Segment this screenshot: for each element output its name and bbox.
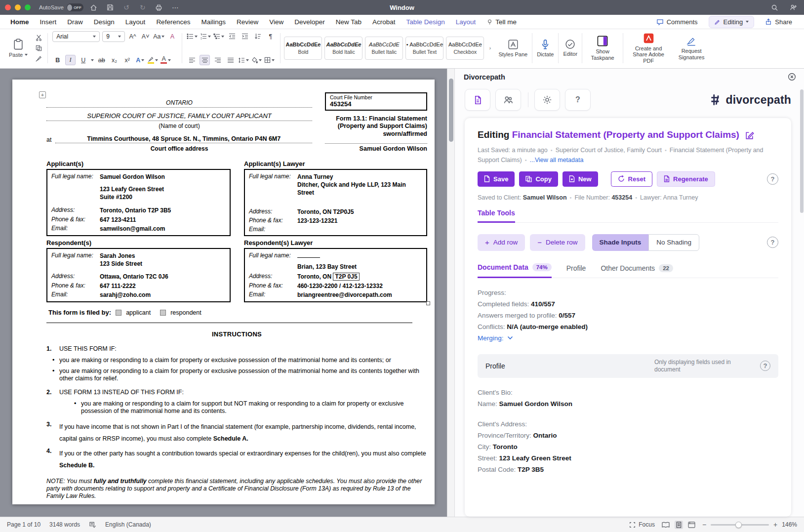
court-name-line[interactable]: SUPERIOR COURT OF JUSTICE, FAMILY COURT …	[46, 108, 312, 121]
courthouse-address[interactable]: Timmins Courthouse, 48 Spruce St. N., Ti…	[55, 135, 312, 143]
subscript-button[interactable]: x₂	[109, 55, 120, 65]
focus-toggle[interactable]: Focus	[629, 521, 655, 528]
document-page[interactable]: + ONTARIO SUPERIOR COURT OF JUSTICE, FAM…	[12, 80, 435, 504]
no-shading-button[interactable]: No Shading	[648, 234, 699, 251]
tab-table-design[interactable]: Table Design	[401, 15, 450, 29]
home-icon[interactable]	[88, 2, 100, 13]
applicant-address[interactable]: Toronto, Ontario T2P 3B5	[100, 206, 171, 214]
web-layout-icon[interactable]	[688, 522, 695, 528]
style-bold[interactable]: AaBbCcDdEe Bold	[284, 37, 322, 60]
scrollbar-thumb[interactable]	[449, 79, 453, 142]
dictate-button[interactable]: Dictate	[534, 31, 557, 66]
print-layout-icon[interactable]	[675, 521, 683, 529]
view-all-metadata-link[interactable]: ...View all metadata	[529, 157, 583, 164]
tab-view[interactable]: View	[264, 15, 289, 29]
zoom-slider-thumb[interactable]	[735, 522, 742, 528]
applicant-table[interactable]: Full legal name:Samuel Gordon Wilson 123…	[46, 169, 231, 236]
respondent-checkbox[interactable]	[160, 310, 166, 316]
strikethrough-button[interactable]: ab	[96, 55, 107, 65]
respondent-address[interactable]: Ottawa, Ontario T2C 0J6	[100, 273, 168, 281]
zoom-in-icon[interactable]: +	[773, 521, 777, 529]
shrink-font-button[interactable]: A˅	[140, 32, 151, 42]
read-view-icon[interactable]	[662, 522, 670, 528]
table-move-handle[interactable]: +	[39, 91, 46, 98]
applicant-phone[interactable]: 647 123-4211	[100, 216, 136, 224]
change-case-button[interactable]: Aa	[153, 32, 164, 42]
applicant-lawyer-address[interactable]: Toronto, ON T2P0J5	[297, 208, 354, 216]
tab-tell-me[interactable]: Tell me	[481, 15, 522, 29]
regenerate-button[interactable]: Regenerate	[657, 171, 715, 187]
autosave-switch[interactable]: OFF	[67, 3, 83, 11]
minimize-window-button[interactable]	[15, 4, 21, 10]
tab-new-tab[interactable]: New Tab	[330, 15, 367, 29]
bold-button[interactable]: B	[52, 55, 63, 65]
zoom-out-icon[interactable]: −	[702, 521, 706, 529]
numbered-list-button[interactable]	[200, 31, 211, 41]
respondent-lawyer-postal-selected[interactable]: T2P 0J5	[333, 273, 359, 281]
edit-icon[interactable]	[745, 131, 754, 140]
applicant-checkbox[interactable]	[116, 310, 121, 316]
font-name-select[interactable]: Arial	[52, 31, 100, 42]
pilcrow-button[interactable]: ¶	[265, 31, 276, 41]
styles-pane-button[interactable]: Styles Pane	[495, 31, 530, 66]
zoom-percent[interactable]: 146%	[782, 521, 797, 528]
page-indicator[interactable]: Page 1 of 10	[7, 521, 40, 528]
multilevel-list-button[interactable]	[213, 31, 224, 41]
court-file-number-value[interactable]: 453254	[330, 100, 422, 108]
fullscreen-window-button[interactable]	[25, 4, 31, 10]
underline-button[interactable]: U	[78, 55, 88, 65]
sort-button[interactable]	[252, 31, 263, 41]
clients-tool-button[interactable]	[495, 89, 521, 111]
style-bullet-italic[interactable]: AaBbCcDdE Bullet Italic	[365, 37, 403, 60]
tab-draw[interactable]: Draw	[62, 15, 88, 29]
request-signatures-button[interactable]: Request Signatures	[672, 31, 711, 66]
sworn-name[interactable]: Samuel Gordon Wilson	[325, 143, 427, 152]
help-tool-button[interactable]: ?	[565, 89, 591, 111]
add-row-button[interactable]: +Add row	[478, 234, 525, 251]
tab-table-layout[interactable]: Layout	[450, 15, 482, 29]
share-button[interactable]: Share	[760, 16, 797, 28]
autosave-toggle[interactable]: AutoSave OFF	[39, 3, 83, 11]
copy-button[interactable]: Copy	[519, 171, 558, 187]
format-painter-button[interactable]	[34, 53, 44, 64]
respondent-lawyer-name[interactable]: Brian, 123 Bay Street	[297, 263, 357, 271]
adobe-pdf-button[interactable]: Create and Share Adobe PDF	[625, 31, 672, 66]
tab-profile[interactable]: Profile	[566, 264, 586, 278]
clear-formatting-button[interactable]: A	[167, 32, 177, 42]
styles-gallery-expand-button[interactable]: ›	[486, 45, 493, 51]
comments-button[interactable]: Comments	[651, 16, 703, 28]
tab-design[interactable]: Design	[88, 15, 120, 29]
applicant-lawyer-name[interactable]: Anna Turney Ditcher, Quick and Hyde LLP,…	[297, 173, 422, 197]
outdent-button[interactable]	[227, 31, 237, 41]
style-checkbox[interactable]: AaBbCcDdEe Checkbox	[446, 37, 484, 60]
print-icon[interactable]	[153, 2, 165, 13]
tab-layout[interactable]: Layout	[120, 15, 151, 29]
applicant-email[interactable]: samwilson@gmail.com	[100, 225, 165, 233]
editing-mode-button[interactable]: Editing	[709, 16, 755, 28]
language-indicator[interactable]: English (Canada)	[105, 521, 151, 528]
tab-other-documents[interactable]: Other Documents 22	[601, 264, 673, 278]
align-left-button[interactable]	[187, 55, 197, 65]
borders-button[interactable]	[264, 55, 275, 65]
help-icon[interactable]: ?	[767, 173, 778, 185]
style-bullet-text[interactable]: • AaBbCcDdEe Bullet Text	[405, 37, 443, 60]
bullet-list-button[interactable]	[187, 31, 198, 41]
help-icon[interactable]: ?	[760, 361, 770, 371]
feedback-icon[interactable]	[787, 2, 799, 13]
respondent-lawyer-email[interactable]: briangreentree@divorcepath.com	[297, 291, 392, 299]
shading-button[interactable]	[251, 55, 262, 65]
tab-references[interactable]: References	[151, 15, 196, 29]
word-count[interactable]: 3148 words	[49, 521, 80, 528]
respondent-lawyer-table[interactable]: Full legal name: Brian, 123 Bay Street A…	[244, 248, 427, 302]
close-panel-icon[interactable]	[788, 73, 796, 81]
line-spacing-button[interactable]	[238, 55, 249, 65]
province-line[interactable]: ONTARIO	[46, 92, 312, 108]
show-taskpane-button[interactable]: Show Taskpane	[584, 31, 621, 66]
italic-button[interactable]: I	[65, 55, 76, 65]
tab-developer[interactable]: Developer	[289, 15, 330, 29]
help-icon[interactable]: ?	[767, 237, 778, 248]
style-bold-italic[interactable]: AaBbCcDdEe Bold Italic	[324, 37, 362, 60]
applicant-street[interactable]: 123 Leafy Green Street Suite #1200	[100, 185, 164, 201]
close-window-button[interactable]	[5, 4, 11, 10]
new-button[interactable]: New	[563, 171, 598, 187]
